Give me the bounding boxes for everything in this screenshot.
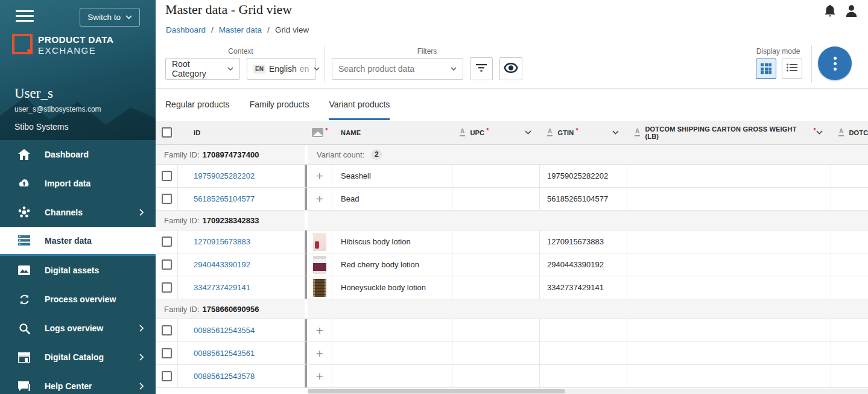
column-header-dotcom-weight[interactable]: A DOTCOM SHIPPING CARTON GROSS WEIGHT (L…: [627, 121, 831, 144]
tab-variant-products[interactable]: Variant products: [329, 89, 390, 120]
upc-cell[interactable]: [452, 319, 540, 342]
column-menu-chevron-icon[interactable]: [612, 130, 619, 135]
dotcom-weight-cell[interactable]: [627, 230, 831, 253]
product-thumbnail[interactable]: [313, 279, 326, 297]
product-id-link[interactable]: 56185265104577: [194, 194, 255, 203]
upc-cell[interactable]: [452, 188, 540, 210]
dotcom-2-cell[interactable]: [831, 188, 868, 210]
user-account-icon[interactable]: [846, 5, 857, 20]
sidebar-item-dashboard[interactable]: Dashboard: [0, 140, 156, 169]
product-id-link[interactable]: 1270915673883: [194, 237, 250, 246]
row-checkbox[interactable]: [162, 371, 172, 381]
breadcrumb-separator: /: [211, 25, 214, 34]
product-id-link[interactable]: 3342737429141: [194, 283, 250, 292]
sidebar-item-label: Process overview: [45, 294, 116, 304]
product-id-link[interactable]: 00885612543554: [194, 326, 255, 335]
view-visibility-button[interactable]: [499, 57, 522, 80]
dotcom-2-cell[interactable]: [831, 165, 868, 187]
tab-family-products[interactable]: Family products: [250, 89, 309, 120]
upc-cell[interactable]: [452, 253, 540, 276]
column-header-image[interactable]: *: [308, 121, 332, 144]
select-all-checkbox[interactable]: [162, 127, 172, 138]
gtin-cell[interactable]: [540, 342, 627, 364]
sidebar-item-process-overview[interactable]: Process overview: [0, 285, 156, 314]
row-checkbox[interactable]: [162, 259, 172, 270]
column-menu-chevron-icon[interactable]: [525, 130, 531, 135]
sidebar-item-logs-overview[interactable]: Logs overview: [0, 314, 156, 343]
upc-cell[interactable]: [452, 342, 540, 364]
column-header-upc[interactable]: A UPC*: [452, 121, 540, 144]
row-checkbox[interactable]: [162, 171, 172, 181]
horizontal-scrollbar[interactable]: [308, 389, 868, 394]
product-thumbnail[interactable]: [313, 233, 326, 251]
dotcom-weight-cell[interactable]: [627, 365, 831, 387]
dotcom-2-cell[interactable]: [831, 276, 868, 299]
product-id-link[interactable]: 19759025282202: [194, 171, 255, 180]
dotcom-2-cell[interactable]: [831, 230, 868, 253]
column-header-name[interactable]: NAME: [332, 121, 452, 144]
upc-cell[interactable]: [452, 165, 540, 187]
display-mode-grid-button[interactable]: [756, 59, 776, 79]
upc-cell[interactable]: [452, 365, 540, 387]
upc-cell[interactable]: [452, 230, 540, 253]
column-menu-chevron-icon[interactable]: [816, 130, 823, 135]
gtin-cell[interactable]: 1270915673883: [540, 230, 627, 253]
dotcom-weight-cell[interactable]: [627, 342, 831, 364]
dotcom-2-cell[interactable]: [831, 253, 868, 276]
product-id-link[interactable]: 2940443390192: [194, 260, 250, 269]
dotcom-weight-cell[interactable]: [627, 188, 831, 210]
column-header-dotcom-2[interactable]: A DOTC: [831, 121, 868, 144]
dotcom-weight-cell[interactable]: [627, 276, 831, 299]
breadcrumb-dashboard[interactable]: Dashboard: [166, 25, 206, 34]
gtin-cell[interactable]: 19759025282202: [540, 165, 627, 187]
sidebar-item-digital-assets[interactable]: Digital assets: [0, 256, 156, 285]
column-header-gtin[interactable]: A GTIN*: [540, 121, 627, 144]
dotcom-weight-cell[interactable]: [627, 253, 831, 276]
row-checkbox[interactable]: [162, 325, 172, 335]
product-id-link[interactable]: 00885612543561: [194, 349, 255, 358]
column-header-id[interactable]: ID: [178, 121, 305, 144]
tab-regular-products[interactable]: Regular products: [165, 89, 230, 120]
product-id-link[interactable]: 00885612543578: [194, 372, 255, 381]
add-image-button[interactable]: +: [316, 192, 323, 205]
language-badge: EN: [253, 65, 265, 74]
search-product-dropdown[interactable]: Search product data: [332, 58, 463, 80]
gtin-cell[interactable]: [540, 319, 627, 342]
gtin-cell[interactable]: 56185265104577: [540, 188, 627, 210]
row-checkbox[interactable]: [162, 348, 172, 358]
sidebar-item-master-data[interactable]: Master data: [0, 227, 156, 256]
product-thumbnail[interactable]: [313, 256, 326, 274]
logo-line2: EXCHANGE: [38, 45, 113, 56]
sidebar-item-import-data[interactable]: Import data: [0, 169, 156, 198]
language-dropdown[interactable]: EN English en: [247, 58, 316, 80]
breadcrumb-master-data[interactable]: Master data: [219, 25, 262, 34]
gtin-cell[interactable]: [540, 365, 627, 387]
add-image-button[interactable]: +: [316, 170, 323, 182]
notifications-bell-icon[interactable]: [825, 5, 835, 20]
row-checkbox[interactable]: [162, 194, 172, 204]
scrollbar-thumb[interactable]: [308, 389, 565, 393]
sidebar-item-help-center[interactable]: Help Center: [0, 372, 156, 394]
add-image-button[interactable]: +: [316, 347, 323, 360]
dotcom-2-cell[interactable]: [831, 319, 868, 342]
dotcom-weight-cell[interactable]: [627, 165, 831, 187]
sidebar-item-digital-catalog[interactable]: Digital Catalog: [0, 343, 156, 372]
dotcom-2-cell[interactable]: [831, 342, 868, 364]
switch-to-button[interactable]: Switch to: [80, 8, 140, 27]
display-mode-list-button[interactable]: [782, 59, 802, 79]
dotcom-2-cell[interactable]: [831, 365, 868, 387]
row-checkbox[interactable]: [162, 237, 172, 247]
upc-cell[interactable]: [452, 276, 540, 299]
gtin-cell[interactable]: 2940443390192: [540, 253, 627, 276]
gtin-cell[interactable]: 3342737429141: [540, 276, 627, 299]
add-image-button[interactable]: +: [316, 370, 323, 383]
hamburger-menu-icon[interactable]: [16, 10, 34, 25]
dotcom-weight-cell[interactable]: [627, 319, 831, 342]
actions-kebab-button[interactable]: [818, 46, 852, 80]
chevron-down-icon: [446, 67, 457, 71]
filter-button[interactable]: [470, 57, 493, 80]
add-image-button[interactable]: +: [316, 324, 323, 337]
category-dropdown[interactable]: Root Category: [165, 58, 240, 80]
row-checkbox[interactable]: [162, 282, 172, 293]
sidebar-item-channels[interactable]: Channels: [0, 198, 156, 227]
